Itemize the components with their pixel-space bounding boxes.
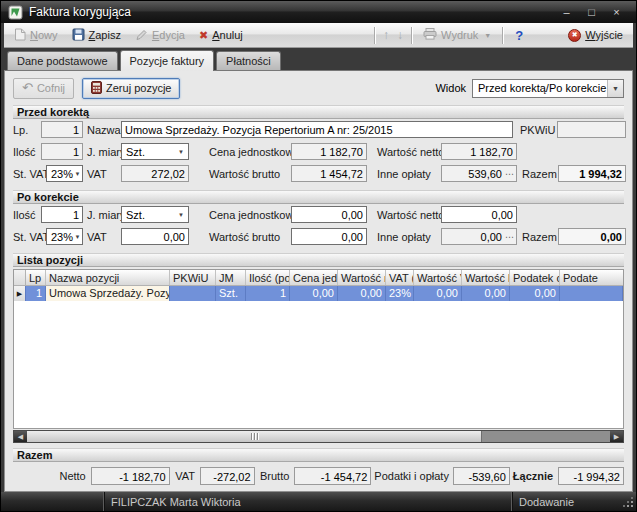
- column-header-wartosc-brutto[interactable]: Wartość bru: [462, 270, 510, 285]
- scroll-left-button[interactable]: ◀: [14, 431, 27, 442]
- quantity-field[interactable]: 1: [41, 206, 83, 223]
- gross-field[interactable]: 0,00: [291, 228, 367, 245]
- chevron-down-icon[interactable]: ▼: [73, 229, 82, 244]
- other-fees-field[interactable]: 0,00 ⋯: [441, 228, 517, 245]
- lp-label: Lp.: [13, 124, 28, 136]
- gross-label: Wartość brutto: [209, 168, 280, 180]
- column-header-podatek2[interactable]: Podate: [560, 270, 623, 285]
- minimize-button[interactable]: –: [554, 6, 579, 18]
- edit-button[interactable]: Edycja: [128, 26, 192, 45]
- unit-select[interactable]: Szt. ▼: [121, 206, 189, 223]
- tab-pozycje-faktury[interactable]: Pozycje faktury: [120, 50, 215, 71]
- unit-price-field[interactable]: 0,00: [291, 206, 367, 223]
- save-button[interactable]: Zapisz: [65, 26, 128, 45]
- total-gross-field: -1 454,72: [294, 467, 371, 485]
- cancel-button[interactable]: ✖ Anuluj: [192, 27, 250, 44]
- lp-field[interactable]: 1: [41, 121, 83, 138]
- resize-grip[interactable]: [620, 494, 636, 510]
- column-header-lp[interactable]: Lp: [26, 270, 46, 285]
- cell-pkwiu[interactable]: [170, 286, 216, 301]
- chevron-down-icon[interactable]: ▼: [174, 144, 188, 159]
- zero-items-button[interactable]: Zeruj pozycje: [82, 78, 180, 99]
- close-button[interactable]: ×: [604, 6, 629, 18]
- cell-nazwa[interactable]: Umowa Sprzedaży. Pozycja Repertorium: [46, 286, 170, 301]
- undo-button[interactable]: ↶ Cofnij: [13, 78, 74, 99]
- cell-wartosc-vat[interactable]: 0,00: [414, 286, 462, 301]
- net-field[interactable]: 1 182,70: [441, 143, 517, 160]
- exit-button[interactable]: ✖ Wyjście: [561, 27, 630, 44]
- column-header-nazwa[interactable]: Nazwa pozycji: [46, 270, 170, 285]
- horizontal-scrollbar[interactable]: ◀ ▶: [13, 430, 624, 443]
- cancel-button-label: Anuluj: [212, 29, 243, 41]
- vat-rate-value: 23%: [51, 231, 73, 243]
- chevron-down-icon[interactable]: ▼: [174, 207, 188, 222]
- column-header-ilosc[interactable]: Ilość (po): [246, 270, 290, 285]
- new-button[interactable]: Nowy: [7, 26, 65, 45]
- net-field[interactable]: 0,00: [441, 206, 517, 223]
- ellipsis-button[interactable]: ⋯: [505, 234, 514, 240]
- save-button-label: Zapisz: [89, 29, 121, 41]
- net-label: Wartość netto: [377, 209, 444, 221]
- printer-icon: [423, 28, 437, 42]
- after-row-quantity: Ilość 1 J. miary Szt. ▼ Cena jednostkowa…: [13, 204, 624, 226]
- maximize-button[interactable]: □: [579, 6, 604, 18]
- other-fees-field[interactable]: 539,60 ⋯: [441, 165, 517, 182]
- move-down-button[interactable]: ↓: [393, 28, 407, 42]
- row-total-field: 0,00: [558, 228, 626, 245]
- tab-dane-podstawowe[interactable]: Dane podstawowe: [7, 51, 118, 70]
- tab-platnosci[interactable]: Płatności: [216, 51, 281, 70]
- chevron-down-icon[interactable]: ▼: [73, 166, 82, 181]
- view-dropdown[interactable]: Przed korektą/Po korekcie ▼: [472, 79, 624, 98]
- column-header-jm[interactable]: JM: [216, 270, 246, 285]
- column-header-wartosc-vat[interactable]: Wartość VAT: [414, 270, 462, 285]
- unit-price-label: Cena jednostkowa: [209, 209, 300, 221]
- column-header-pkwiu[interactable]: PKWiU: [170, 270, 216, 285]
- cell-ilosc[interactable]: 1: [246, 286, 290, 301]
- name-field[interactable]: Umowa Sprzedaży. Pozycja Repertorium A n…: [121, 121, 513, 138]
- unit-select[interactable]: Szt. ▼: [121, 143, 189, 160]
- before-row-quantity: Ilość 1 J. miary Szt. ▼ Cena jednostkowa…: [13, 141, 624, 163]
- cell-podatek2[interactable]: [560, 286, 623, 301]
- column-header-wartosc-netto[interactable]: Wartość nett: [338, 270, 386, 285]
- print-button[interactable]: Wydruk ▼: [416, 26, 498, 44]
- gross-field[interactable]: 1 454,72: [291, 165, 367, 182]
- column-header-podatek[interactable]: Podatek od (: [510, 270, 560, 285]
- cell-wartosc-brutto[interactable]: 0,00: [462, 286, 510, 301]
- cell-podatek[interactable]: 0,00: [510, 286, 560, 301]
- ellipsis-button[interactable]: ⋯: [505, 171, 514, 177]
- cell-vat[interactable]: 23%: [386, 286, 414, 301]
- print-button-label: Wydruk: [441, 29, 478, 41]
- help-button[interactable]: ?: [507, 28, 531, 43]
- unit-price-field[interactable]: 1 182,70: [291, 143, 367, 160]
- calculator-icon: [91, 81, 102, 96]
- quantity-field[interactable]: 1: [41, 143, 83, 160]
- vat-field[interactable]: 272,02: [121, 165, 189, 182]
- scrollbar-track[interactable]: [482, 431, 610, 442]
- scrollbar-thumb[interactable]: [27, 431, 482, 442]
- table-row-selected[interactable]: ▶ 1 Umowa Sprzedaży. Pozycja Repertorium…: [14, 286, 623, 301]
- quantity-label: Ilość: [13, 146, 36, 158]
- column-header-vat[interactable]: VAT (p: [386, 270, 414, 285]
- items-grid: Lp Nazwa pozycji PKWiU JM Ilość (po) Cen…: [13, 269, 624, 429]
- totals-section-header: Razem: [13, 448, 624, 462]
- scroll-right-button[interactable]: ▶: [610, 431, 623, 442]
- move-up-button[interactable]: ↑: [379, 28, 393, 42]
- chevron-down-icon[interactable]: ▼: [607, 80, 623, 97]
- pkwiu-field[interactable]: [557, 121, 626, 138]
- toolbar-separator: [411, 27, 412, 44]
- cell-lp[interactable]: 1: [26, 286, 46, 301]
- cell-wartosc-netto[interactable]: 0,00: [338, 286, 386, 301]
- cancel-x-icon: ✖: [199, 29, 208, 42]
- cell-jm[interactable]: Szt.: [216, 286, 246, 301]
- column-header-cena[interactable]: Cena jedn. (: [290, 270, 338, 285]
- total-fees-label: Podatki i opłaty: [374, 470, 450, 482]
- other-fees-label: Inne opłaty: [377, 231, 431, 243]
- vat-rate-select[interactable]: 23% ▼: [46, 165, 83, 182]
- total-net-label: Netto: [13, 470, 88, 482]
- statusbar-mode: Dodawanie: [512, 496, 620, 508]
- vat-field[interactable]: 0,00: [121, 228, 189, 245]
- statusbar: FILIPCZAK Marta Wiktoria Dodawanie: [1, 492, 636, 511]
- vat-rate-select[interactable]: 23% ▼: [46, 228, 83, 245]
- cell-cena[interactable]: 0,00: [290, 286, 338, 301]
- total-vat-label: VAT: [173, 470, 197, 482]
